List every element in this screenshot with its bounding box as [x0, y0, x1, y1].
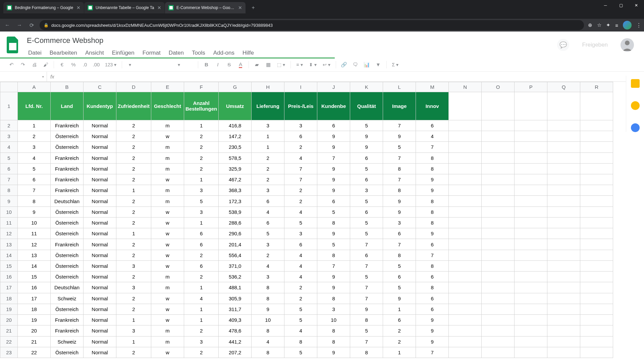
cell[interactable]: 7 — [284, 163, 317, 174]
column-header[interactable]: Q — [547, 82, 580, 92]
cell[interactable]: 5 — [317, 206, 350, 217]
cell[interactable]: 2 — [252, 163, 284, 174]
cell[interactable] — [515, 228, 547, 239]
cell[interactable] — [515, 120, 547, 131]
cell[interactable]: 1 — [116, 336, 151, 347]
cell[interactable]: 1 — [116, 315, 151, 325]
row-header[interactable]: 15 — [0, 260, 18, 271]
paint-format-icon[interactable]: 🖌 — [41, 60, 50, 69]
cell[interactable]: 6 — [284, 239, 317, 250]
cell[interactable] — [449, 336, 482, 347]
cell[interactable] — [482, 131, 515, 142]
cell[interactable]: w — [151, 228, 184, 239]
row-header[interactable]: 18 — [0, 293, 18, 304]
cell[interactable]: w — [151, 293, 184, 304]
cell[interactable]: Österreich — [51, 206, 84, 217]
cell[interactable]: 9 — [383, 131, 416, 142]
cell[interactable]: 2 — [184, 153, 219, 163]
share-button[interactable]: Freigeben — [575, 38, 615, 52]
cell[interactable]: 9 — [317, 131, 350, 142]
row-header[interactable]: 8 — [0, 185, 18, 196]
cell[interactable]: Normal — [84, 315, 116, 325]
cell[interactable] — [515, 293, 547, 304]
cell[interactable]: 467,2 — [219, 174, 252, 185]
cell[interactable]: 6 — [350, 206, 383, 217]
cell[interactable]: 13 — [18, 250, 51, 260]
cell[interactable]: 5 — [350, 196, 383, 206]
chart-icon[interactable]: 📊 — [362, 60, 372, 69]
wrap-dropdown[interactable]: ↩▾ — [321, 62, 332, 67]
cell[interactable]: 9 — [416, 185, 449, 196]
cell[interactable] — [449, 196, 482, 206]
cell[interactable]: 6 — [416, 239, 449, 250]
cell[interactable] — [547, 196, 580, 206]
cell[interactable] — [547, 272, 580, 282]
cell[interactable]: 8 — [416, 282, 449, 293]
cell[interactable]: 1 — [184, 282, 219, 293]
cell[interactable]: 9 — [350, 142, 383, 153]
cell[interactable]: 8 — [252, 293, 284, 304]
header-cell[interactable]: Kundenbe — [317, 92, 350, 120]
cell[interactable]: 3 — [350, 185, 383, 196]
cell[interactable]: Frankreich — [51, 120, 84, 131]
cell[interactable]: 9 — [317, 142, 350, 153]
cell[interactable]: m — [151, 153, 184, 163]
cell[interactable] — [515, 347, 547, 358]
cell[interactable] — [482, 196, 515, 206]
cell[interactable]: 7 — [350, 260, 383, 271]
profile-avatar-icon[interactable] — [623, 21, 632, 29]
cell[interactable] — [580, 304, 613, 314]
cell[interactable]: Österreich — [51, 272, 84, 282]
row-header[interactable]: 21 — [0, 325, 18, 336]
cell[interactable]: 9 — [317, 174, 350, 185]
cell[interactable] — [580, 142, 613, 153]
cell[interactable]: 9 — [317, 163, 350, 174]
cell[interactable]: 8 — [317, 250, 350, 260]
cell[interactable]: 3 — [284, 228, 317, 239]
cell[interactable] — [482, 206, 515, 217]
cell[interactable] — [547, 239, 580, 250]
percent-button[interactable]: % — [69, 60, 78, 69]
cell[interactable] — [449, 239, 482, 250]
cell[interactable] — [515, 163, 547, 174]
cell[interactable] — [482, 272, 515, 282]
cell[interactable]: 9 — [18, 206, 51, 217]
cell[interactable] — [449, 206, 482, 217]
row-header[interactable]: 1 — [0, 92, 18, 120]
cell[interactable]: 10 — [18, 217, 51, 228]
currency-button[interactable]: € — [57, 60, 67, 69]
cell[interactable] — [580, 185, 613, 196]
cell[interactable]: Normal — [84, 174, 116, 185]
cell[interactable]: 5 — [252, 228, 284, 239]
cell[interactable]: 1 — [252, 131, 284, 142]
cell[interactable] — [515, 272, 547, 282]
cell[interactable]: 9 — [383, 196, 416, 206]
column-header[interactable]: L — [383, 82, 416, 92]
cell[interactable]: 8 — [317, 336, 350, 347]
cell[interactable] — [580, 293, 613, 304]
cell[interactable] — [515, 217, 547, 228]
cell[interactable] — [482, 282, 515, 293]
cell[interactable] — [449, 293, 482, 304]
cell[interactable]: 7 — [383, 174, 416, 185]
cell[interactable]: 9 — [350, 131, 383, 142]
cell[interactable]: 3 — [284, 120, 317, 131]
browser-tab[interactable]: E-Commerce Webshop – Google ✕ — [165, 2, 246, 13]
cell[interactable]: 4 — [284, 206, 317, 217]
cell[interactable]: 8 — [416, 206, 449, 217]
cell[interactable]: Normal — [84, 260, 116, 271]
cell[interactable]: Normal — [84, 217, 116, 228]
cell[interactable]: 1 — [18, 120, 51, 131]
cell[interactable]: 9 — [317, 347, 350, 358]
tab-close-icon[interactable]: ✕ — [76, 5, 80, 10]
cell[interactable]: 2 — [116, 142, 151, 153]
column-header[interactable]: O — [482, 82, 515, 92]
cell[interactable]: 5 — [350, 217, 383, 228]
cell[interactable]: 3 — [184, 206, 219, 217]
cell[interactable]: Normal — [84, 293, 116, 304]
cell[interactable]: 556,4 — [219, 250, 252, 260]
row-header[interactable]: 5 — [0, 153, 18, 163]
cell[interactable]: 2 — [383, 336, 416, 347]
cell[interactable]: 1 — [184, 120, 219, 131]
cell[interactable]: 6 — [350, 174, 383, 185]
